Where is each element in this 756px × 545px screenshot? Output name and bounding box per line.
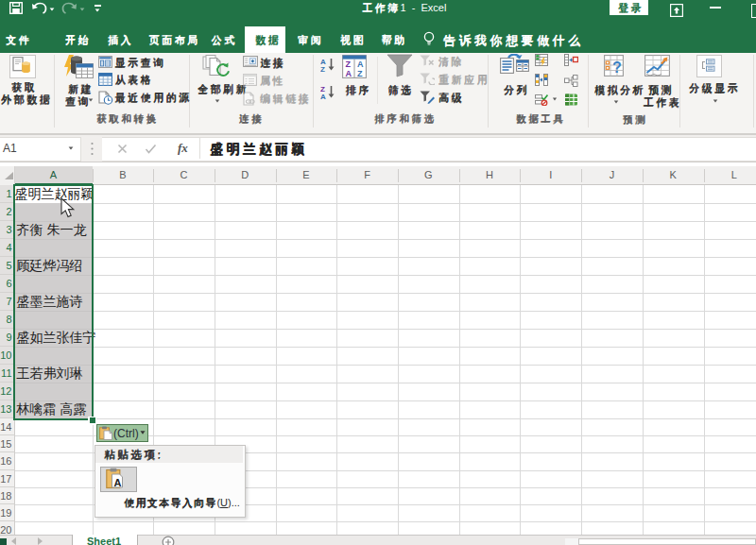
svg-text:A: A (114, 477, 122, 488)
svg-text:Z: Z (346, 60, 352, 69)
svg-text:?: ? (612, 60, 622, 76)
svg-text:A: A (357, 60, 364, 69)
svg-text:Z: Z (320, 65, 325, 73)
svg-text:A: A (320, 93, 326, 100)
svg-text:A: A (346, 68, 352, 77)
svg-text:Z: Z (357, 68, 363, 77)
